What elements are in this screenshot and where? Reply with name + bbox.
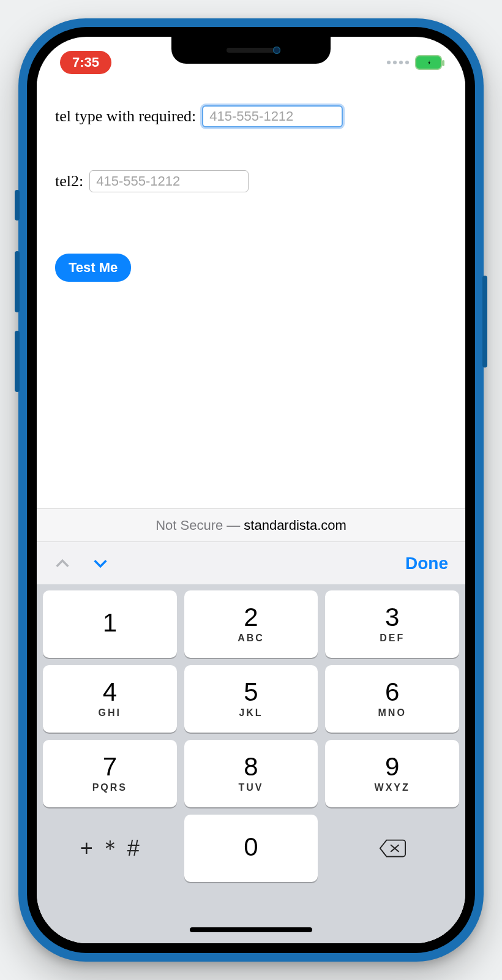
tel2-row: tel2: [55,170,447,192]
tel1-label: tel type with required: [55,107,196,126]
tel1-input[interactable] [202,105,343,127]
key-backspace[interactable] [325,815,459,882]
page-content: tel type with required: tel2: Test Me [37,81,465,508]
url-security-label: Not Secure — [155,518,240,533]
key-symbols[interactable]: + ＊ # [43,815,177,882]
home-indicator[interactable] [190,927,312,932]
numeric-keypad: 1 2ABC 3DEF 4GHI 5JKL 6MNO 7PQRS 8TUV 9W… [37,584,465,943]
phone-bezel: 7:35 tel type with required: [27,27,475,953]
key-5[interactable]: 5JKL [184,665,318,733]
key-0[interactable]: 0 [184,815,318,882]
keyboard-accessory-bar: Done [37,541,465,584]
url-bar[interactable]: Not Secure — standardista.com [37,508,465,541]
screen: 7:35 tel type with required: [37,37,465,943]
keyboard-done-button[interactable]: Done [405,554,448,573]
tel1-row: tel type with required: [55,105,447,127]
signal-dots-icon [387,61,409,64]
prev-field-button [54,555,71,572]
tel2-label: tel2: [55,172,83,190]
key-8[interactable]: 8TUV [184,740,318,807]
test-me-button[interactable]: Test Me [55,254,131,282]
notch [171,37,331,64]
next-field-button[interactable] [92,555,109,572]
tel2-input[interactable] [89,170,249,192]
key-3[interactable]: 3DEF [325,590,459,658]
phone-frame: 7:35 tel type with required: [18,18,484,962]
silence-switch [15,190,20,221]
recording-time-pill[interactable]: 7:35 [60,51,111,74]
key-6[interactable]: 6MNO [325,665,459,733]
url-domain: standardista.com [244,518,347,533]
key-2[interactable]: 2ABC [184,590,318,658]
volume-up-button [15,251,20,312]
key-1[interactable]: 1 [43,590,177,658]
volume-down-button [15,331,20,392]
front-camera [273,47,280,54]
speaker-grille [227,48,275,53]
power-button [482,276,487,368]
key-9[interactable]: 9WXYZ [325,740,459,807]
key-4[interactable]: 4GHI [43,665,177,733]
battery-charging-icon [415,55,442,70]
key-7[interactable]: 7PQRS [43,740,177,807]
